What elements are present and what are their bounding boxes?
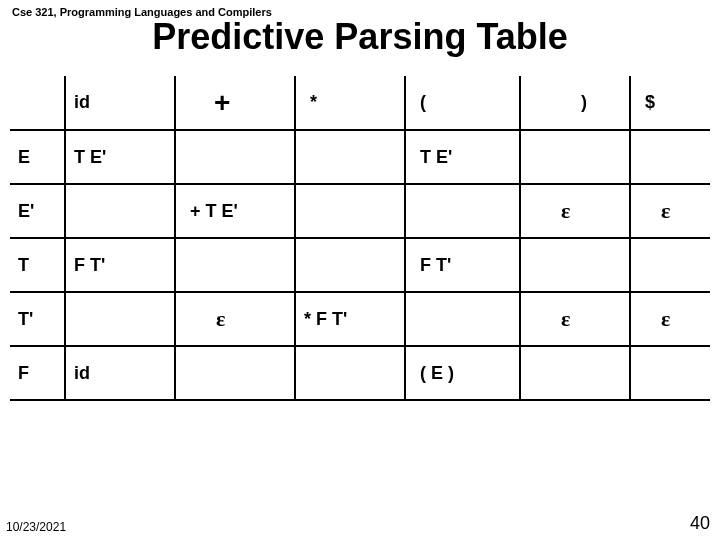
cell <box>65 292 175 346</box>
row-label-Tprime: T' <box>10 292 65 346</box>
cell <box>65 184 175 238</box>
cell <box>295 346 405 400</box>
col-id: id <box>65 76 175 130</box>
cell: F T' <box>405 238 520 292</box>
cell <box>175 238 295 292</box>
table-row: T' ε * F T' ε ε <box>10 292 710 346</box>
cell <box>520 346 630 400</box>
footer-page-number: 40 <box>690 513 710 534</box>
cell <box>520 238 630 292</box>
table-header-row: id + * ( ) $ <box>10 76 710 130</box>
table-row: E T E' T E' <box>10 130 710 184</box>
cell: ε <box>630 292 710 346</box>
col-rparen: ) <box>520 76 630 130</box>
cell: T E' <box>405 130 520 184</box>
cell: * F T' <box>295 292 405 346</box>
table-row: E' + T E' ε ε <box>10 184 710 238</box>
cell: ε <box>520 292 630 346</box>
cell: T E' <box>65 130 175 184</box>
parsing-table: id + * ( ) $ E T E' T E' E' + T E' <box>10 76 710 401</box>
cell <box>295 238 405 292</box>
footer-date: 10/23/2021 <box>6 520 66 534</box>
cell <box>175 130 295 184</box>
table-row: T F T' F T' <box>10 238 710 292</box>
row-label-Eprime: E' <box>10 184 65 238</box>
slide-title: Predictive Parsing Table <box>0 16 720 58</box>
cell: + T E' <box>175 184 295 238</box>
cell: ε <box>175 292 295 346</box>
row-label-F: F <box>10 346 65 400</box>
cell: id <box>65 346 175 400</box>
cell <box>520 130 630 184</box>
col-dollar: $ <box>630 76 710 130</box>
col-plus: + <box>175 76 295 130</box>
cell <box>175 346 295 400</box>
row-label-T: T <box>10 238 65 292</box>
col-star: * <box>295 76 405 130</box>
cell <box>630 130 710 184</box>
table-row: F id ( E ) <box>10 346 710 400</box>
row-label-E: E <box>10 130 65 184</box>
col-lparen: ( <box>405 76 520 130</box>
cell <box>295 130 405 184</box>
cell <box>630 346 710 400</box>
cell: ε <box>630 184 710 238</box>
cell: F T' <box>65 238 175 292</box>
cell: ( E ) <box>405 346 520 400</box>
cell <box>405 292 520 346</box>
cell: ε <box>520 184 630 238</box>
table: id + * ( ) $ E T E' T E' E' + T E' <box>10 76 710 401</box>
cell <box>405 184 520 238</box>
col-blank <box>10 76 65 130</box>
cell <box>295 184 405 238</box>
cell <box>630 238 710 292</box>
